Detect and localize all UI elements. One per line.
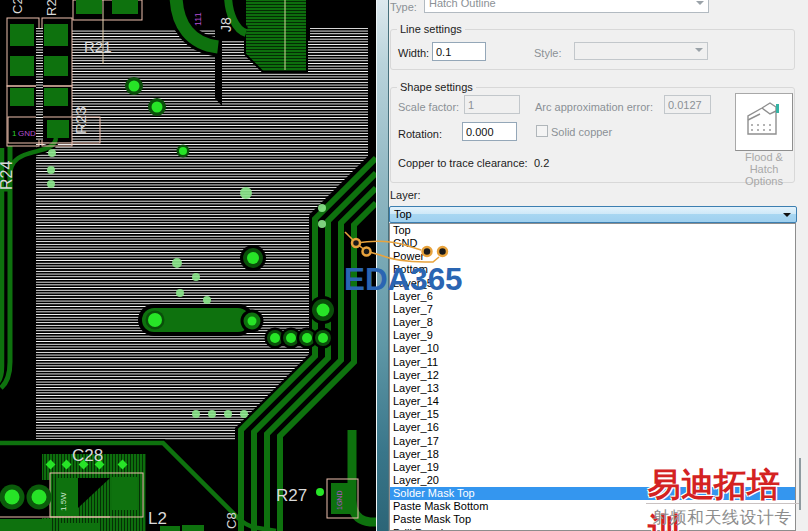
scale-factor-label: Scale factor: [398,101,459,113]
layer-option-layer-9[interactable]: Layer_9 [390,329,795,342]
copper-pour-hatched-green [245,0,307,72]
layer-option-layer-16[interactable]: Layer_16 [390,421,795,434]
silkscreen-label-l2-value: 1.5W [59,492,68,511]
layer-option-layer-7[interactable]: Layer_7 [390,303,795,316]
chevron-down-icon [695,48,703,52]
layer-option-top[interactable]: Top [390,224,795,237]
width-input[interactable] [432,42,486,61]
screenshot-root: R21 R23 R24 J8 C28 L2 R27 C2 R2 C8 1.5W … [0,0,808,531]
pin-label-one: 1 [12,129,17,138]
layer-option-layer-11[interactable]: Layer_11 [390,356,795,369]
silkscreen-label-c2: C2 [10,0,25,14]
silkscreen-label-r24: R24 [0,161,15,190]
eda365-watermark: EDA365 [344,261,463,298]
training-watermark-line2: 射频和天线设计专家 [652,506,808,531]
layer-option-layer-14[interactable]: Layer_14 [390,395,795,408]
layer-combobox-value: Top [394,208,412,220]
solid-copper-label: Solid copper [551,126,612,138]
style-label: Style: [534,47,562,59]
clearance-value: 0.2 [534,157,549,169]
flood-hatch-options-button: Flood & Hatch Options [731,93,797,187]
type-combobox: Hatch Outline [424,0,709,13]
flood-button-caption-2: Options [731,175,797,187]
center-hatch-strip [36,28,43,140]
silkscreen-label-r2: R2 [44,0,59,16]
layer-option-layer-15[interactable]: Layer_15 [390,408,795,421]
layer-option-layer-10[interactable]: Layer_10 [390,342,795,355]
arc-error-input [664,95,711,114]
silkscreen-label-r27: R27 [276,486,307,505]
watermark-vertical-rule [799,458,801,510]
silkscreen-label-c28: C28 [72,446,103,465]
clearance-label: Copper to trace clearance: [398,157,528,169]
silkscreen-label-l2: L2 [148,509,167,528]
silkscreen-label-r23: R23 [72,106,89,134]
layer-option-layer-12[interactable]: Layer_12 [390,369,795,382]
type-label: Type: [390,1,417,13]
line-settings-title: Line settings [397,23,465,35]
solid-copper-checkbox [536,125,548,137]
layer-option-layer-18[interactable]: Layer_18 [390,448,795,461]
watermark-underline [646,503,801,504]
edge-black-strip [368,0,376,150]
shape-settings-title: Shape settings [397,81,476,93]
width-label: Width: [398,47,429,59]
rotation-label: Rotation: [398,128,442,140]
rotation-input[interactable] [462,122,517,141]
layer-option-gnd[interactable]: GND [390,237,795,250]
layer-combobox[interactable]: Top [389,206,797,223]
arc-error-label: Arc approximation error: [535,101,653,113]
pcb-canvas[interactable]: R21 R23 R24 J8 C28 L2 R27 C2 R2 C8 1.5W … [0,0,376,531]
type-combobox-value: Hatch Outline [429,0,496,9]
flood-hatch-icon [735,93,793,151]
flood-button-caption-1: Flood & Hatch [731,151,797,175]
silkscreen-label-c8: C8 [224,512,239,529]
scale-factor-input [464,95,520,114]
pin-label-r27: 1GND [336,491,343,510]
pin-label-gnd: GND [18,129,36,138]
pin-label-j8: 111 [193,12,203,26]
layer-option-layer-13[interactable]: Layer_13 [390,382,795,395]
layer-label: Layer: [390,189,421,201]
line-settings-group: Line settings Width: Style: [390,29,795,70]
style-combobox [574,42,708,60]
silkscreen-label-r21: R21 [84,38,112,55]
chevron-down-icon [783,213,791,217]
chevron-down-icon [696,1,704,5]
layer-option-layer-17[interactable]: Layer_17 [390,435,795,448]
layer-option-layer-8[interactable]: Layer_8 [390,316,795,329]
silkscreen-label-j8: J8 [218,17,234,32]
shape-settings-group: Shape settings Scale factor: Arc approxi… [390,87,795,183]
